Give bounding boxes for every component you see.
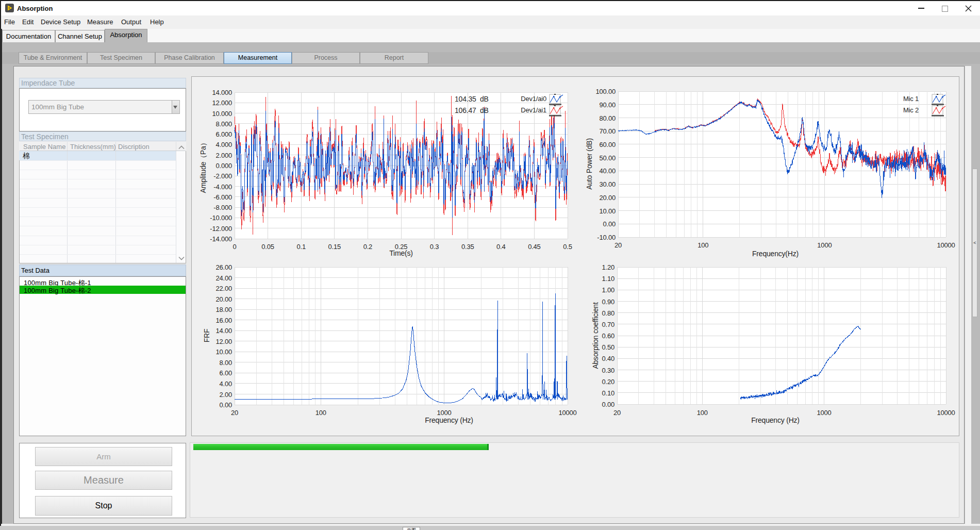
svg-text:40.00: 40.00 xyxy=(599,167,616,175)
svg-text:FRF: FRF xyxy=(203,329,211,343)
svg-text:-2.000: -2.000 xyxy=(213,172,232,180)
svg-text:50.00: 50.00 xyxy=(599,154,616,162)
svg-text:100: 100 xyxy=(697,409,708,417)
svg-text:20: 20 xyxy=(231,409,238,417)
svg-text:0.50: 0.50 xyxy=(602,343,614,351)
svg-text:2.00: 2.00 xyxy=(219,391,232,399)
svg-text:22.00: 22.00 xyxy=(215,285,232,292)
svg-text:12.00: 12.00 xyxy=(215,338,232,345)
svg-text:1.10: 1.10 xyxy=(602,275,614,283)
svg-text:0.00: 0.00 xyxy=(219,401,232,409)
svg-text:4.00: 4.00 xyxy=(219,380,232,388)
svg-text:24.00: 24.00 xyxy=(215,274,232,282)
svg-text:20: 20 xyxy=(613,409,621,417)
svg-text:14.00: 14.00 xyxy=(215,327,232,335)
svg-text:0.40: 0.40 xyxy=(602,355,614,362)
svg-text:10.00: 10.00 xyxy=(215,348,232,356)
svg-text:-10.000: -10.000 xyxy=(210,214,232,222)
svg-text:-8.000: -8.000 xyxy=(213,204,232,211)
svg-text:0.3: 0.3 xyxy=(430,243,439,251)
svg-text:100.00: 100.00 xyxy=(595,88,616,95)
svg-text:80.00: 80.00 xyxy=(599,114,616,122)
svg-text:10000: 10000 xyxy=(937,241,955,249)
svg-text:6.000: 6.000 xyxy=(215,130,232,138)
svg-text:0.20: 0.20 xyxy=(602,378,614,386)
svg-text:0.05: 0.05 xyxy=(261,243,274,251)
svg-text:60.00: 60.00 xyxy=(599,141,616,148)
svg-text:Absorption coefficient: Absorption coefficient xyxy=(591,302,600,369)
svg-text:Frequency (Hz): Frequency (Hz) xyxy=(425,416,473,424)
svg-text:-4.000: -4.000 xyxy=(213,183,232,191)
svg-text:0.10: 0.10 xyxy=(602,389,614,397)
svg-text:106.47 dB: 106.47 dB xyxy=(455,106,489,114)
svg-text:Mic 2: Mic 2 xyxy=(903,106,919,114)
svg-text:0.30: 0.30 xyxy=(602,367,614,374)
svg-text:20.00: 20.00 xyxy=(215,295,232,303)
svg-text:Mic 1: Mic 1 xyxy=(903,95,919,103)
svg-text:0.80: 0.80 xyxy=(602,309,614,317)
svg-text:100: 100 xyxy=(315,409,326,417)
svg-text:-12.000: -12.000 xyxy=(210,225,232,233)
svg-text:Dev1/ai1: Dev1/ai1 xyxy=(521,106,546,114)
svg-text:2.000: 2.000 xyxy=(215,152,232,159)
svg-text:1000: 1000 xyxy=(437,409,452,417)
svg-text:10000: 10000 xyxy=(558,409,576,417)
svg-text:14.000: 14.000 xyxy=(212,89,232,96)
svg-text:0.90: 0.90 xyxy=(602,298,614,306)
svg-text:-6.000: -6.000 xyxy=(213,193,232,201)
svg-text:20.00: 20.00 xyxy=(599,194,616,202)
svg-text:-14.000: -14.000 xyxy=(210,235,232,243)
svg-text:0.5: 0.5 xyxy=(563,243,572,251)
svg-text:30.00: 30.00 xyxy=(599,180,616,188)
svg-text:0.35: 0.35 xyxy=(461,243,474,251)
svg-text:0.15: 0.15 xyxy=(328,243,341,251)
svg-text:6.00: 6.00 xyxy=(219,369,232,377)
svg-text:1000: 1000 xyxy=(817,409,832,417)
svg-text:0.4: 0.4 xyxy=(496,243,505,251)
svg-text:0: 0 xyxy=(232,243,236,251)
svg-text:100: 100 xyxy=(697,241,708,249)
svg-text:104.35 dB: 104.35 dB xyxy=(455,95,489,103)
svg-text:4.000: 4.000 xyxy=(215,141,232,148)
svg-text:90.00: 90.00 xyxy=(599,101,616,109)
svg-text:0.00: 0.00 xyxy=(603,220,616,228)
svg-text:1.20: 1.20 xyxy=(602,263,614,271)
svg-text:18.00: 18.00 xyxy=(215,306,232,313)
svg-text:0.2: 0.2 xyxy=(363,243,372,251)
svg-text:Dev1/ai0: Dev1/ai0 xyxy=(521,95,546,103)
svg-text:-10.00: -10.00 xyxy=(597,234,616,241)
svg-text:0.70: 0.70 xyxy=(602,321,614,328)
svg-text:1.00: 1.00 xyxy=(602,286,614,294)
svg-text:0.00: 0.00 xyxy=(602,401,614,408)
svg-text:Time(s): Time(s) xyxy=(389,249,413,257)
svg-text:Auto Power (dB): Auto Power (dB) xyxy=(585,138,593,190)
svg-text:Frequency(Hz): Frequency(Hz) xyxy=(752,250,799,258)
svg-text:8.000: 8.000 xyxy=(215,120,232,128)
svg-text:0.1: 0.1 xyxy=(296,243,305,251)
svg-text:20: 20 xyxy=(614,241,622,249)
svg-text:10.00: 10.00 xyxy=(599,207,616,215)
svg-text:0.60: 0.60 xyxy=(602,332,614,340)
svg-text:0.45: 0.45 xyxy=(528,243,541,251)
svg-text:10.000: 10.000 xyxy=(212,110,232,118)
svg-text:12.000: 12.000 xyxy=(212,99,232,107)
svg-text:8.00: 8.00 xyxy=(219,359,232,367)
svg-text:10000: 10000 xyxy=(937,409,955,417)
svg-text:26.00: 26.00 xyxy=(215,263,232,271)
svg-text:0.000: 0.000 xyxy=(215,162,232,170)
svg-text:1000: 1000 xyxy=(817,241,832,249)
svg-text:Amplitude（Pa）: Amplitude（Pa） xyxy=(199,139,207,193)
svg-text:16.00: 16.00 xyxy=(215,317,232,324)
svg-text:70.00: 70.00 xyxy=(599,127,616,135)
svg-text:Frequency (Hz): Frequency (Hz) xyxy=(751,416,800,424)
